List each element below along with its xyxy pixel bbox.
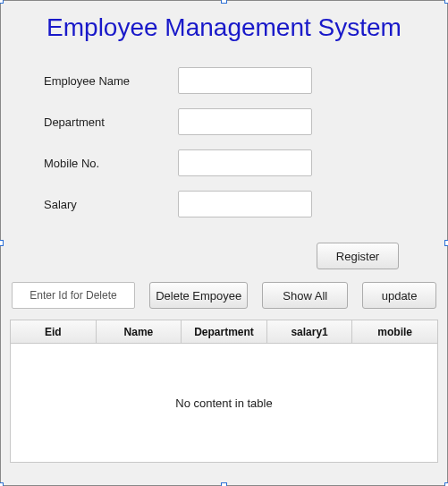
resize-handle-icon[interactable] bbox=[444, 482, 448, 486]
delete-id-input[interactable] bbox=[12, 282, 135, 309]
resize-handle-icon[interactable] bbox=[221, 482, 227, 486]
input-employee-name[interactable] bbox=[178, 67, 312, 94]
row-department: Department bbox=[44, 108, 447, 135]
resize-handle-icon[interactable] bbox=[221, 0, 227, 4]
label-salary: Salary bbox=[44, 198, 178, 211]
col-department[interactable]: Department bbox=[182, 320, 267, 343]
show-all-button[interactable]: Show All bbox=[262, 282, 348, 309]
row-employee-name: Employee Name bbox=[44, 67, 447, 94]
delete-employee-button[interactable]: Delete Empoyee bbox=[149, 282, 248, 309]
resize-handle-icon[interactable] bbox=[444, 240, 448, 246]
register-button[interactable]: Register bbox=[317, 243, 399, 269]
action-row: Delete Empoyee Show All update bbox=[1, 282, 447, 320]
col-salary[interactable]: salary1 bbox=[267, 320, 353, 343]
input-department[interactable] bbox=[178, 108, 312, 135]
label-mobile: Mobile No. bbox=[44, 157, 178, 170]
label-department: Department bbox=[44, 115, 178, 129]
employee-table: Eid Name Department salary1 mobile No co… bbox=[10, 320, 438, 463]
row-salary: Salary bbox=[44, 191, 447, 217]
input-salary[interactable] bbox=[178, 191, 312, 217]
table-empty-text: No content in table bbox=[175, 396, 272, 410]
label-employee-name: Employee Name bbox=[44, 74, 178, 88]
app-window: Employee Management System Employee Name… bbox=[0, 0, 448, 486]
register-row: Register bbox=[1, 232, 447, 282]
row-mobile: Mobile No. bbox=[44, 149, 447, 176]
resize-handle-icon[interactable] bbox=[0, 482, 4, 486]
col-name[interactable]: Name bbox=[97, 320, 182, 343]
update-button[interactable]: update bbox=[362, 282, 436, 309]
page-title: Employee Management System bbox=[1, 1, 447, 51]
col-eid[interactable]: Eid bbox=[11, 320, 97, 343]
input-mobile[interactable] bbox=[178, 149, 312, 176]
resize-handle-icon[interactable] bbox=[444, 0, 448, 4]
resize-handle-icon[interactable] bbox=[0, 0, 4, 4]
col-mobile[interactable]: mobile bbox=[352, 320, 437, 343]
table-header: Eid Name Department salary1 mobile bbox=[11, 320, 437, 344]
employee-form: Employee Name Department Mobile No. Sala… bbox=[1, 51, 447, 217]
table-body: No content in table bbox=[11, 344, 437, 462]
resize-handle-icon[interactable] bbox=[0, 240, 4, 246]
